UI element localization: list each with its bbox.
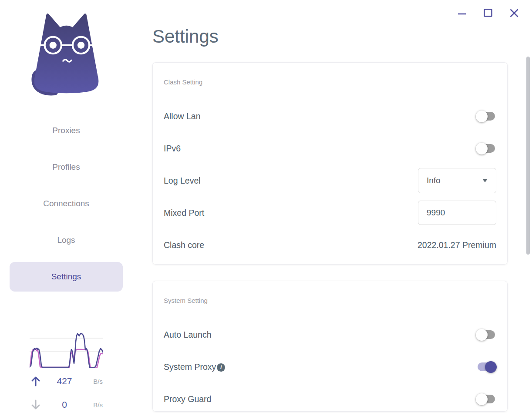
chevron-down-icon	[482, 179, 488, 182]
system-setting-card-title: System Setting	[164, 281, 496, 304]
ipv6-label: IPv6	[164, 144, 181, 154]
log-level-select[interactable]: Info	[418, 168, 496, 193]
setting-row-system-proxy: System Proxy i	[164, 351, 496, 383]
toggle-thumb	[476, 143, 488, 154]
auto-launch-toggle[interactable]	[478, 330, 495, 339]
proxy-guard-label: Proxy Guard	[164, 394, 211, 404]
sidebar-item-settings[interactable]: Settings	[10, 262, 123, 292]
page-title: Settings	[152, 26, 219, 47]
download-speed-value: 0	[42, 399, 87, 410]
cat-right-eye	[77, 42, 84, 49]
auto-launch-label: Auto Launch	[164, 330, 212, 340]
toggle-thumb	[476, 111, 488, 122]
cat-left-eye	[50, 42, 57, 49]
system-proxy-toggle[interactable]	[478, 362, 495, 371]
download-speed-unit: B/s	[87, 401, 103, 409]
toggle-thumb	[476, 329, 488, 341]
allow-lan-label: Allow Lan	[164, 111, 201, 121]
window-controls	[457, 8, 519, 18]
log-level-selected-value: Info	[427, 176, 441, 185]
setting-row-auto-launch: Auto Launch	[164, 319, 496, 351]
sidebar: Proxies Profiles Connections Logs Settin…	[0, 0, 133, 416]
toggle-thumb	[485, 361, 497, 373]
traffic-chart	[30, 329, 103, 368]
clash-setting-card-title: Clash Setting	[164, 63, 496, 86]
system-proxy-label: System Proxy i	[164, 362, 225, 372]
setting-row-ipv6: IPv6	[164, 132, 496, 164]
clash-core-label: Clash core	[164, 240, 204, 250]
upload-stat-row: 427 B/s	[30, 375, 103, 388]
download-arrow-icon	[30, 399, 42, 411]
sidebar-item-connections[interactable]: Connections	[10, 189, 123, 218]
allow-lan-toggle[interactable]	[478, 112, 495, 121]
clash-cat-logo	[20, 12, 101, 96]
download-stat-row: 0 B/s	[30, 398, 103, 411]
sidebar-item-logs[interactable]: Logs	[10, 225, 123, 255]
cat-body	[34, 13, 99, 93]
minimize-button[interactable]	[457, 8, 467, 18]
toggle-thumb	[476, 393, 488, 405]
proxy-guard-toggle[interactable]	[478, 395, 495, 403]
scrollbar-thumb[interactable]	[526, 57, 530, 255]
ipv6-toggle[interactable]	[478, 144, 495, 153]
maximize-button[interactable]	[483, 8, 493, 18]
mixed-port-label: Mixed Port	[164, 208, 204, 218]
clash-core-version: 2022.01.27 Premium	[418, 240, 496, 250]
setting-row-mixed-port: Mixed Port	[164, 197, 496, 229]
setting-row-clash-core: Clash core 2022.01.27 Premium	[164, 229, 496, 261]
close-icon	[509, 8, 519, 18]
upload-speed-unit: B/s	[87, 378, 103, 385]
sidebar-nav: Proxies Profiles Connections Logs Settin…	[10, 116, 123, 299]
setting-row-log-level: Log Level Info	[164, 164, 496, 197]
maximize-icon	[483, 8, 493, 18]
minimize-icon	[457, 8, 467, 18]
setting-row-allow-lan: Allow Lan	[164, 100, 496, 132]
setting-row-proxy-guard: Proxy Guard	[164, 383, 496, 412]
log-level-label: Log Level	[164, 176, 201, 186]
upload-arrow-icon	[30, 375, 42, 387]
sidebar-item-profiles[interactable]: Profiles	[10, 152, 123, 182]
sidebar-item-proxies[interactable]: Proxies	[10, 116, 123, 145]
close-button[interactable]	[509, 8, 519, 18]
traffic-panel: 427 B/s 0 B/s	[30, 329, 103, 411]
mixed-port-input[interactable]	[418, 201, 496, 225]
system-setting-card: System Setting Auto Launch System Proxy …	[152, 281, 508, 412]
info-icon[interactable]: i	[217, 363, 225, 372]
clash-setting-card: Clash Setting Allow Lan IPv6 Log Level I…	[152, 62, 508, 265]
system-proxy-label-text: System Proxy	[164, 362, 216, 372]
upload-speed-value: 427	[42, 376, 87, 386]
